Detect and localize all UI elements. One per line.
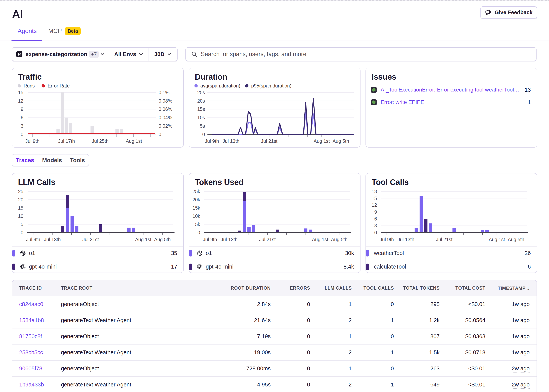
- svg-text:15k: 15k: [193, 205, 200, 210]
- svg-text:20k: 20k: [193, 197, 200, 202]
- svg-text:0.02%: 0.02%: [159, 123, 172, 129]
- svg-text:Aug 1st: Aug 1st: [489, 237, 505, 242]
- svg-text:Jul 13th: Jul 13th: [44, 237, 61, 242]
- svg-text:Jul 9th: Jul 9th: [203, 237, 217, 242]
- svg-text:25s: 25s: [197, 90, 205, 95]
- svg-text:5s: 5s: [200, 123, 205, 129]
- svg-text:20: 20: [18, 197, 23, 202]
- svg-text:9: 9: [374, 209, 377, 215]
- svg-text:15: 15: [372, 196, 377, 201]
- svg-text:Jul 25th: Jul 25th: [92, 138, 109, 144]
- svg-text:12: 12: [372, 202, 377, 208]
- svg-text:0: 0: [21, 230, 23, 235]
- svg-text:6: 6: [21, 115, 23, 120]
- svg-text:20s: 20s: [197, 98, 205, 104]
- svg-text:Jul 21st: Jul 21st: [259, 237, 276, 242]
- svg-text:18: 18: [372, 189, 377, 194]
- svg-text:Jul 13th: Jul 13th: [398, 237, 414, 242]
- svg-text:0.1%: 0.1%: [159, 90, 170, 95]
- svg-text:0.04%: 0.04%: [159, 115, 172, 120]
- svg-text:Aug 5th: Aug 5th: [333, 138, 349, 144]
- svg-text:Jul 9th: Jul 9th: [380, 237, 394, 242]
- svg-text:Jul 9th: Jul 9th: [26, 237, 40, 242]
- svg-text:Aug 5th: Aug 5th: [508, 237, 524, 242]
- svg-text:Jul 21st: Jul 21st: [82, 237, 99, 242]
- svg-text:12: 12: [18, 98, 23, 104]
- svg-text:Jul 9th: Jul 9th: [25, 138, 39, 144]
- svg-text:Aug 1st: Aug 1st: [135, 237, 151, 242]
- svg-text:5k: 5k: [195, 222, 200, 227]
- svg-text:Aug 5th: Aug 5th: [331, 237, 348, 242]
- svg-text:3: 3: [374, 223, 377, 228]
- svg-text:9: 9: [21, 106, 23, 112]
- svg-text:15s: 15s: [197, 106, 205, 112]
- svg-text:15: 15: [18, 90, 23, 95]
- svg-text:0.08%: 0.08%: [159, 98, 172, 104]
- svg-text:10s: 10s: [197, 115, 205, 120]
- svg-text:25k: 25k: [193, 189, 200, 194]
- svg-text:15: 15: [18, 205, 23, 210]
- svg-text:25: 25: [18, 189, 23, 194]
- svg-text:5: 5: [21, 222, 23, 227]
- svg-text:10k: 10k: [193, 213, 200, 219]
- svg-text:0: 0: [374, 230, 377, 235]
- svg-text:0: 0: [198, 230, 200, 235]
- svg-text:Aug 1st: Aug 1st: [314, 138, 330, 144]
- svg-text:Jul 13th: Jul 13th: [223, 138, 239, 144]
- svg-text:Aug 1st: Aug 1st: [126, 138, 142, 144]
- svg-text:Jul 13th: Jul 13th: [221, 237, 237, 242]
- svg-text:0: 0: [202, 132, 205, 137]
- svg-text:0: 0: [159, 132, 161, 137]
- svg-text:Aug 5th: Aug 5th: [154, 237, 171, 242]
- svg-text:Jul 21st: Jul 21st: [436, 237, 452, 242]
- svg-text:0: 0: [21, 132, 23, 137]
- svg-text:Aug 1st: Aug 1st: [312, 237, 328, 242]
- svg-text:3: 3: [21, 123, 23, 129]
- svg-text:0.06%: 0.06%: [159, 106, 172, 112]
- svg-text:Jul 9th: Jul 9th: [205, 138, 219, 144]
- svg-text:10: 10: [18, 213, 23, 219]
- svg-text:Jul 17th: Jul 17th: [58, 138, 75, 144]
- svg-text:Jul 21st: Jul 21st: [261, 138, 277, 144]
- svg-text:6: 6: [374, 216, 377, 221]
